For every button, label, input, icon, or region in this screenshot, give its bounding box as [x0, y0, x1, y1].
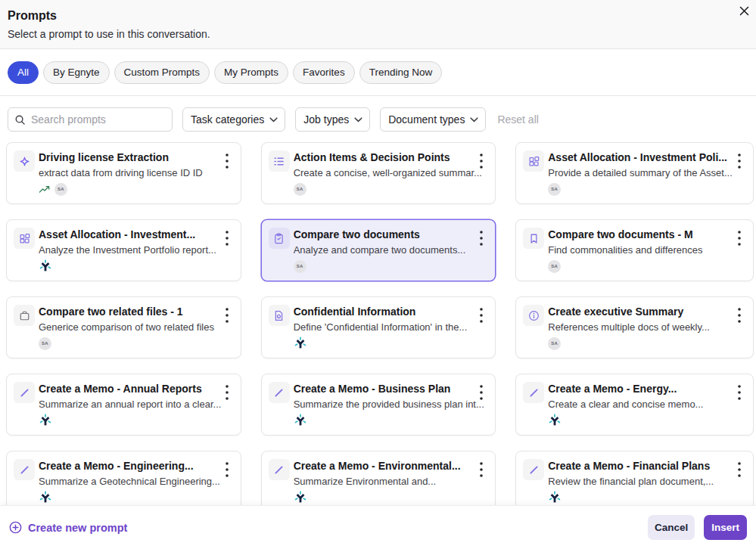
prompt-card[interactable]: Driving license Extractionextract data f…: [6, 142, 241, 204]
kebab-menu-icon[interactable]: [475, 461, 487, 479]
close-icon[interactable]: [738, 5, 750, 17]
egnyte-ai-plane-icon: [548, 414, 562, 427]
author-badge: SA: [548, 260, 561, 273]
chip-favorites[interactable]: Favorites: [293, 61, 355, 84]
prompt-card-title: Create a Memo - Engineering...: [39, 459, 215, 473]
kebab-menu-icon[interactable]: [221, 383, 233, 402]
kebab-menu-icon[interactable]: [733, 306, 745, 324]
prompt-card[interactable]: Create a Memo - Energy...Create a clear …: [515, 374, 754, 436]
kebab-menu-icon[interactable]: [475, 229, 487, 247]
file-badge-icon: [269, 305, 290, 326]
prompt-card[interactable]: Create a Memo - Engineering...Summarize …: [6, 451, 241, 513]
dialog-header: Prompts Select a prompt to use in this c…: [0, 0, 756, 49]
cancel-button[interactable]: Cancel: [648, 515, 695, 540]
prompt-card[interactable]: Create a Memo - Environmental...Summariz…: [261, 451, 496, 513]
kebab-menu-icon[interactable]: [221, 306, 233, 324]
pencil-icon: [269, 459, 290, 480]
kebab-menu-icon[interactable]: [475, 306, 487, 324]
prompt-card[interactable]: Asset Allocation - Investment...Analyze …: [6, 219, 241, 281]
sparkle-icon: [14, 150, 35, 172]
prompt-card-grid: Driving license Extractionextract data f…: [6, 142, 754, 513]
search-input-wrap[interactable]: [8, 107, 173, 132]
prompt-card-title: Create executive Summary: [548, 305, 727, 319]
create-new-prompt-label: Create new prompt: [28, 522, 127, 534]
kebab-menu-icon[interactable]: [475, 152, 487, 170]
blocks-icon: [523, 150, 544, 172]
kebab-menu-icon[interactable]: [733, 461, 745, 479]
prompt-card-description: Find commonalities and differences: [548, 244, 744, 256]
dialog-subtitle: Select a prompt to use in this conversat…: [8, 28, 744, 40]
author-badge: SA: [294, 183, 306, 196]
kebab-menu-icon[interactable]: [221, 229, 233, 247]
prompt-card[interactable]: Compare two documentsAnalyze and compare…: [261, 219, 496, 281]
clipboard-icon: [269, 228, 290, 249]
egnyte-ai-plane-icon: [39, 414, 52, 427]
chip-all[interactable]: All: [8, 61, 39, 84]
prompt-card[interactable]: Create a Memo - Financial PlansReview th…: [515, 451, 754, 513]
job-types-dropdown[interactable]: Job types: [295, 107, 370, 132]
author-badge: SA: [54, 183, 67, 196]
list-icon: [269, 150, 290, 172]
prompt-card-description: Summarize an annual report into a clear.…: [39, 399, 232, 411]
task-categories-dropdown[interactable]: Task categories: [182, 107, 285, 132]
prompt-card-title: Create a Memo - Business Plan: [294, 382, 470, 396]
chip-custom-prompts[interactable]: Custom Prompts: [114, 61, 210, 84]
prompt-card[interactable]: Compare two related files - 1Generice co…: [6, 296, 241, 358]
prompt-card-title: Create a Memo - Annual Reports: [39, 382, 215, 396]
chip-my-prompts[interactable]: My Prompts: [214, 61, 288, 84]
blocks-icon: [14, 228, 35, 249]
prompt-card-description: Analyze and compare two documents...: [294, 244, 487, 256]
prompt-card-title: Create a Memo - Energy...: [548, 382, 727, 396]
prompt-card-description: extract data from driving license ID ID: [39, 167, 232, 179]
dropdown-label: Document types: [388, 113, 465, 126]
pencil-icon: [14, 459, 35, 480]
prompt-card-description: Summarize the provided business plan int…: [294, 399, 487, 411]
pencil-icon: [14, 382, 35, 403]
prompt-card-title: Compare two related files - 1: [39, 305, 215, 319]
page-title: Prompts: [8, 9, 744, 23]
dialog-footer: Create new prompt Cancel Insert: [0, 505, 756, 549]
kebab-menu-icon[interactable]: [221, 461, 233, 479]
egnyte-ai-plane-icon: [39, 491, 52, 504]
prompt-card-description: Analyze the Investment Portfolio report.…: [39, 244, 232, 256]
prompt-card[interactable]: Action Items & Decision PointsCreate a c…: [261, 142, 496, 204]
prompt-card-description: Summarize Environmental and...: [294, 476, 487, 488]
search-icon: [14, 114, 26, 126]
pencil-icon: [523, 382, 544, 403]
egnyte-ai-plane-icon: [39, 259, 52, 273]
author-badge: SA: [294, 260, 306, 273]
search-input[interactable]: [30, 113, 166, 126]
chevron-down-icon: [470, 117, 478, 123]
kebab-menu-icon[interactable]: [733, 152, 745, 170]
author-badge: SA: [548, 337, 561, 350]
prompt-card[interactable]: Compare two documents - MFind commonalit…: [515, 219, 754, 281]
prompt-card-title: Create a Memo - Financial Plans: [548, 459, 727, 473]
author-badge: SA: [548, 183, 561, 196]
prompt-card[interactable]: Create a Memo - Business PlanSummarize t…: [261, 374, 496, 436]
prompt-card-description: Provide a detailed summary of the Asset.…: [548, 167, 744, 179]
dropdown-label: Task categories: [191, 113, 264, 126]
prompt-card[interactable]: Confidential InformationDefine 'Confiden…: [261, 296, 496, 358]
prompt-card[interactable]: Asset Allocation - Investment Poli...Pro…: [515, 142, 754, 204]
kebab-menu-icon[interactable]: [475, 383, 487, 402]
kebab-menu-icon[interactable]: [733, 229, 745, 247]
egnyte-ai-plane-icon: [294, 337, 307, 350]
document-types-dropdown[interactable]: Document types: [380, 107, 486, 132]
chip-trending-now[interactable]: Trending Now: [359, 61, 443, 84]
box-icon: [14, 305, 35, 326]
prompt-card-title: Compare two documents - M: [548, 228, 727, 242]
chevron-down-icon: [354, 117, 362, 123]
prompt-card-title: Create a Memo - Environmental...: [294, 459, 470, 473]
prompt-card[interactable]: Create a Memo - Annual ReportsSummarize …: [6, 374, 241, 436]
pencil-icon: [523, 459, 544, 480]
create-new-prompt-button[interactable]: Create new prompt: [9, 521, 127, 534]
egnyte-ai-plane-icon: [294, 414, 307, 427]
insert-button[interactable]: Insert: [704, 515, 747, 540]
chip-by-egnyte[interactable]: By Egnyte: [43, 61, 110, 84]
filters-row: Task categories Job types Document types…: [0, 96, 756, 143]
kebab-menu-icon[interactable]: [221, 152, 233, 170]
prompt-card[interactable]: Create executive SummaryReferences multi…: [515, 296, 754, 358]
prompt-card-title: Asset Allocation - Investment...: [39, 228, 215, 242]
reset-all-button[interactable]: Reset all: [497, 113, 538, 126]
kebab-menu-icon[interactable]: [733, 383, 745, 402]
